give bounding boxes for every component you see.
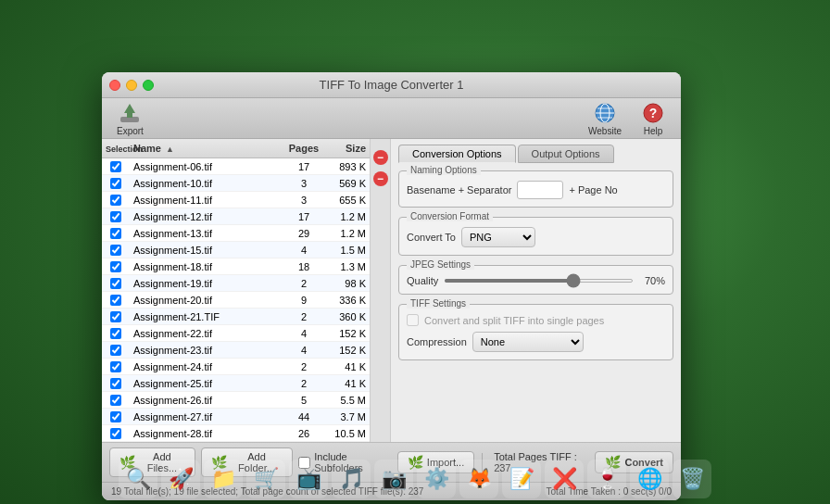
table-row[interactable]: Assignment-25.tif 2 41 K	[102, 375, 370, 392]
row-checkbox-cell[interactable]	[102, 226, 130, 241]
table-row[interactable]: Assignment-11.tif 3 655 K	[102, 192, 370, 208]
row-size: 336 K	[325, 293, 370, 308]
header-size[interactable]: Size	[325, 141, 370, 156]
dock-settings[interactable]: ⚙️	[417, 460, 456, 498]
split-tiff-checkbox[interactable]	[407, 314, 419, 326]
tab-output-options[interactable]: Output Options	[518, 145, 614, 163]
dock-rocket[interactable]: 🚀	[161, 460, 200, 498]
row-checkbox-cell[interactable]	[102, 326, 130, 341]
table-row[interactable]: Assignment-23.tif 4 152 K	[102, 342, 370, 359]
row-checkbox[interactable]	[110, 278, 121, 289]
dock-finder[interactable]: 🔍	[119, 460, 157, 498]
row-checkbox-cell[interactable]	[102, 176, 130, 191]
row-checkbox[interactable]	[110, 395, 121, 406]
table-row[interactable]: Assignment-15.tif 4 1.5 M	[102, 242, 370, 258]
table-row[interactable]: Assignment-22.tif 4 152 K	[102, 325, 370, 342]
row-checkbox[interactable]	[110, 328, 121, 339]
row-checkbox-cell[interactable]	[102, 159, 130, 174]
row-checkbox[interactable]	[110, 195, 121, 206]
row-checkbox-cell[interactable]	[102, 243, 130, 258]
conversion-tabs: Conversion Options Output Options	[398, 145, 673, 163]
row-pages: 2	[283, 376, 325, 391]
row-checkbox-cell[interactable]	[102, 393, 130, 408]
row-checkbox-cell[interactable]	[102, 410, 130, 424]
row-name: Assignment-19.tif	[130, 276, 283, 291]
naming-row: Basename + Separator + Page No	[407, 181, 665, 199]
row-name: Assignment-24.tif	[130, 359, 283, 374]
row-checkbox-cell[interactable]	[102, 293, 130, 308]
svg-text:?: ?	[649, 106, 658, 120]
table-row[interactable]: Assignment-13.tif 29 1.2 M	[102, 225, 370, 242]
row-checkbox[interactable]	[110, 411, 121, 422]
row-checkbox[interactable]	[110, 428, 121, 439]
minimize-button[interactable]	[126, 80, 137, 91]
row-checkbox-cell[interactable]	[102, 259, 130, 274]
table-row[interactable]: Assignment-21.TIF 2 360 K	[102, 309, 370, 325]
row-checkbox-cell[interactable]	[102, 343, 130, 358]
header-selection: Selection	[102, 141, 130, 156]
row-checkbox-cell[interactable]	[102, 209, 130, 224]
row-checkbox[interactable]	[110, 378, 121, 389]
format-select[interactable]: PNG JPEG TIFF BMP PDF	[461, 227, 535, 247]
row-size: 41 K	[325, 359, 370, 374]
dock-music[interactable]: 🎵	[332, 460, 371, 498]
row-checkbox[interactable]	[110, 295, 121, 306]
remove-all-button[interactable]: −	[373, 171, 388, 186]
row-checkbox[interactable]	[110, 345, 121, 356]
row-checkbox[interactable]	[110, 311, 121, 322]
table-row[interactable]: Assignment-24.tif 2 41 K	[102, 359, 370, 375]
table-row[interactable]: Assignment-19.tif 2 98 K	[102, 275, 370, 292]
dock-tv[interactable]: 📺	[289, 460, 328, 498]
help-button[interactable]: ? Help	[635, 98, 672, 138]
window-title: TIFF To Image Converter 1	[320, 78, 464, 92]
row-checkbox[interactable]	[110, 261, 121, 272]
separator-input[interactable]	[517, 181, 563, 199]
row-pages: 29	[283, 226, 325, 241]
dock-word[interactable]: 📝	[502, 460, 541, 498]
row-name: Assignment-11.tif	[130, 193, 283, 208]
row-checkbox[interactable]	[110, 361, 121, 372]
header-pages[interactable]: Pages	[283, 141, 325, 156]
quality-slider[interactable]	[444, 279, 634, 283]
table-row[interactable]: Assignment-27.tif 44 3.7 M	[102, 409, 370, 425]
table-row[interactable]: Assignment-18.tif 18 1.3 M	[102, 258, 370, 275]
dock-firefox[interactable]: 🦊	[459, 460, 498, 498]
svg-marker-1	[124, 104, 135, 113]
row-checkbox[interactable]	[110, 161, 121, 172]
dock-files[interactable]: 📁	[204, 460, 243, 498]
table-row[interactable]: Assignment-26.tif 5 5.5 M	[102, 392, 370, 409]
row-checkbox-cell[interactable]	[102, 276, 130, 291]
header-name[interactable]: Name ▲	[130, 141, 283, 156]
maximize-button[interactable]	[143, 80, 154, 91]
close-button[interactable]	[109, 80, 120, 91]
row-checkbox-cell[interactable]	[102, 309, 130, 324]
dock-globe[interactable]: 🌐	[630, 460, 669, 498]
table-row[interactable]: Assignment-20.tif 9 336 K	[102, 292, 370, 309]
table-row[interactable]: Assignment-10.tif 3 569 K	[102, 175, 370, 192]
dock-wine[interactable]: 🍷	[587, 460, 626, 498]
row-size: 1.2 M	[325, 226, 370, 241]
dock-photos[interactable]: 📷	[374, 460, 413, 498]
row-name: Assignment-06.tif	[130, 159, 283, 174]
jpeg-settings-section: JPEG Settings Quality 70%	[398, 265, 673, 295]
export-button[interactable]: Export	[111, 98, 149, 138]
dock-store[interactable]: 🛒	[246, 460, 285, 498]
row-checkbox-cell[interactable]	[102, 359, 130, 374]
table-row[interactable]: Assignment-28.tif 26 10.5 M	[102, 425, 370, 442]
compression-select[interactable]: None LZW JPEG Deflate	[472, 332, 584, 352]
row-checkbox-cell[interactable]	[102, 426, 130, 441]
tab-conversion-options[interactable]: Conversion Options	[398, 145, 516, 163]
row-checkbox-cell[interactable]	[102, 376, 130, 391]
dock-trash[interactable]: 🗑️	[673, 460, 711, 498]
row-checkbox[interactable]	[110, 178, 121, 189]
remove-button[interactable]: −	[373, 150, 388, 165]
row-checkbox[interactable]	[110, 211, 121, 222]
table-row[interactable]: Assignment-06.tif 17 893 K	[102, 158, 370, 175]
sort-arrow: ▲	[166, 145, 174, 154]
dock-close[interactable]: ❌	[545, 460, 584, 498]
website-button[interactable]: Website	[583, 98, 627, 138]
row-checkbox[interactable]	[110, 245, 121, 256]
row-checkbox[interactable]	[110, 228, 121, 239]
table-row[interactable]: Assignment-12.tif 17 1.2 M	[102, 208, 370, 225]
row-checkbox-cell[interactable]	[102, 193, 130, 208]
